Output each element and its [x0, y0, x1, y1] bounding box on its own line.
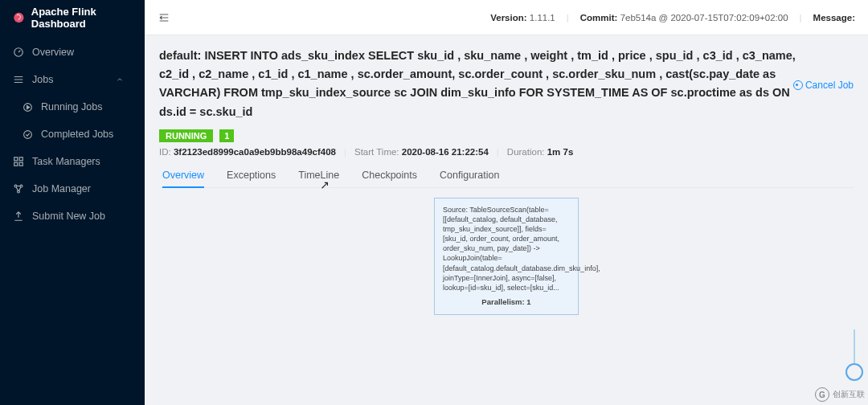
- tab-configuration[interactable]: Configuration: [440, 163, 499, 187]
- sidebar-item-completed-jobs[interactable]: Completed Jobs: [0, 121, 145, 148]
- svg-point-3: [24, 130, 32, 138]
- nav-label: Submit New Job: [32, 211, 105, 222]
- bars-icon: [13, 74, 24, 85]
- nav-label: Task Managers: [32, 156, 100, 167]
- watermark-logo-icon: G: [815, 387, 829, 402]
- job-graph[interactable]: Source: TableSourceScan(table=[[default_…: [159, 198, 854, 405]
- nav-label: Jobs: [32, 74, 53, 85]
- id-label: ID:: [159, 147, 171, 157]
- version-label: Version:: [490, 13, 526, 22]
- decoration-line: [854, 329, 855, 363]
- svg-point-0: [14, 13, 23, 22]
- chevron-up-icon: [116, 76, 124, 84]
- svg-rect-7: [19, 162, 23, 166]
- sidebar-item-running-jobs[interactable]: Running Jobs: [0, 93, 145, 121]
- job-title: default: INSERT INTO ads_sku_index SELEC…: [159, 47, 818, 121]
- nav-menu: Overview Jobs Running Jobs Completed Job…: [0, 35, 145, 230]
- commit-label: Commit:: [580, 13, 618, 22]
- version-value: 1.11.1: [530, 13, 555, 22]
- flink-logo-icon: [13, 10, 25, 25]
- message-label: Message:: [813, 13, 855, 22]
- decoration-circle: [845, 363, 863, 381]
- tab-checkpoints[interactable]: Checkpoints: [362, 163, 417, 187]
- node-parallelism: Parallelism: 1: [443, 297, 570, 308]
- job-tabs: Overview Exceptions TimeLine Checkpoints…: [159, 163, 854, 188]
- tab-exceptions[interactable]: Exceptions: [227, 163, 276, 187]
- svg-rect-5: [19, 158, 23, 161]
- nav-label: Completed Jobs: [41, 129, 113, 140]
- tab-timeline[interactable]: TimeLine: [298, 163, 339, 187]
- dashboard-icon: [13, 47, 24, 58]
- sidebar-item-job-manager[interactable]: Job Manager: [0, 175, 145, 202]
- watermark: G 创新互联: [815, 387, 865, 402]
- duration: 1m 7s: [547, 147, 574, 157]
- status-row: RUNNING 1: [159, 129, 854, 142]
- watermark-text: 创新互联: [833, 389, 865, 400]
- svg-rect-4: [14, 158, 18, 161]
- sidebar-item-jobs[interactable]: Jobs: [0, 66, 145, 93]
- start-time: 2020-08-16 21:22:54: [402, 147, 489, 157]
- topbar: Version: 1.11.1 | Commit: 7eb514a @ 2020…: [145, 0, 868, 35]
- upload-icon: [13, 211, 24, 222]
- nav-label: Running Jobs: [41, 101, 102, 112]
- cluster-icon: [13, 183, 24, 194]
- sidebar-item-submit-job[interactable]: Submit New Job: [0, 202, 145, 230]
- sidebar: Apache Flink Dashboard Overview Jobs Run…: [0, 0, 145, 405]
- commit-value: 7eb514a @ 2020-07-15T07:02:09+02:00: [620, 13, 788, 22]
- sidebar-item-overview[interactable]: Overview: [0, 39, 145, 66]
- start-label: Start Time:: [354, 147, 399, 157]
- sidebar-item-task-managers[interactable]: Task Managers: [0, 148, 145, 175]
- nav-label: Overview: [32, 47, 74, 58]
- nav-label: Job Manager: [32, 183, 91, 194]
- graph-node[interactable]: Source: TableSourceScan(table=[[default_…: [434, 198, 579, 315]
- grid-icon: [13, 156, 24, 167]
- topbar-meta: Version: 1.11.1 | Commit: 7eb514a @ 2020…: [490, 13, 855, 22]
- svg-rect-6: [14, 162, 18, 166]
- check-icon: [23, 129, 33, 140]
- node-description: Source: TableSourceScan(table=[[default_…: [443, 205, 570, 292]
- brand-title: Apache Flink Dashboard: [31, 6, 132, 30]
- tab-overview[interactable]: Overview: [162, 163, 204, 187]
- status-badge: RUNNING: [159, 129, 213, 142]
- brand: Apache Flink Dashboard: [0, 0, 145, 35]
- play-icon: [23, 102, 33, 112]
- main: Version: 1.11.1 | Commit: 7eb514a @ 2020…: [145, 0, 868, 405]
- task-count-badge: 1: [219, 129, 234, 142]
- job-id: 3f2123ed8999ca0a9eb9bb98a49cf408: [174, 147, 336, 157]
- menu-fold-icon[interactable]: [158, 11, 170, 24]
- duration-label: Duration:: [507, 147, 545, 157]
- content: default: INSERT INTO ads_sku_index SELEC…: [145, 35, 868, 405]
- cancel-job-link[interactable]: Cancel Job: [793, 80, 854, 91]
- job-meta: ID: 3f2123ed8999ca0a9eb9bb98a49cf408 | S…: [159, 147, 854, 157]
